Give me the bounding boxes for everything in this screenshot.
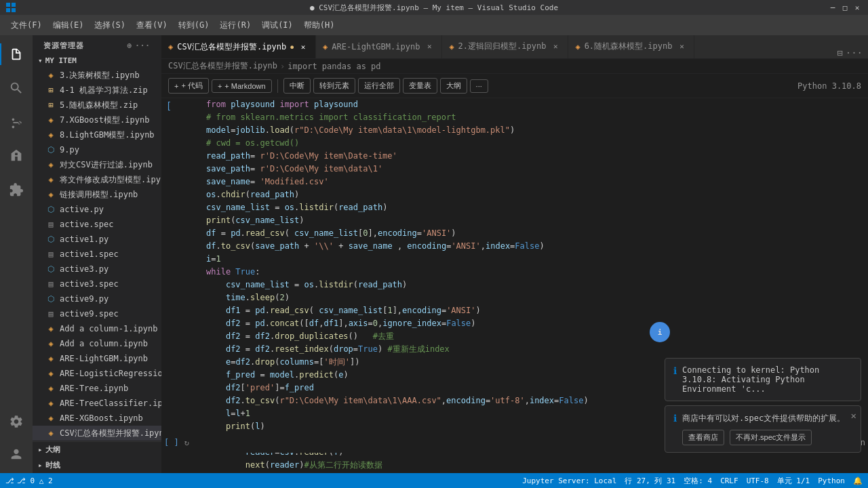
- line-content: from playsound import playsound: [206, 98, 868, 111]
- sidebar-item-13[interactable]: ⬡ active3.py: [33, 262, 161, 277]
- sidebar-item-16[interactable]: ▤ active9.spec: [33, 306, 161, 321]
- notebook-icon: ◈: [46, 399, 56, 408]
- title-bar-controls[interactable]: ─ □ ✕: [827, 2, 863, 13]
- sidebar-item-15[interactable]: ⬡ active9.py: [33, 291, 161, 306]
- sidebar-item-10[interactable]: ▤ active.spec: [33, 217, 161, 232]
- sidebar-item-21[interactable]: ◈ ARE-Tree.ipynb: [33, 381, 161, 396]
- line-number: [179, 163, 206, 176]
- tab-close-button3[interactable]: ✕: [550, 41, 561, 52]
- section-timeline[interactable]: ▸ 时线: [33, 458, 161, 473]
- status-git[interactable]: ⎇ ⎇ 0 △ 2: [5, 476, 53, 485]
- sidebar-item-14[interactable]: ▤ active3.spec: [33, 277, 161, 291]
- sidebar-file-list: ◈ 3.决策树模型.ipynb ⊞ 4-1 机器学习算法.zip ⊞ 5.随机森…: [33, 68, 161, 441]
- extensions-icon: [9, 182, 24, 197]
- git-branch-icon: ⎇: [5, 476, 14, 485]
- menu-debug[interactable]: 调试(I): [256, 17, 298, 34]
- sidebar-item-17[interactable]: ◈ Add a column-1.ipynb: [33, 321, 161, 336]
- code-line-14: while True:: [176, 266, 868, 279]
- tab-logistic[interactable]: ◈ 2.逻辑回归模型.ipynb ✕: [442, 35, 568, 58]
- status-lineending[interactable]: UTF-8: [747, 476, 769, 485]
- sidebar-item-1[interactable]: ⊞ 4-1 机器学习算法.zip: [33, 83, 161, 98]
- sidebar-item-24[interactable]: ◈ CSV汇总各模型并报警.ipynb: [33, 426, 161, 441]
- line-content: df1 = pd.read_csv( csv_name_list[1],enco…: [206, 304, 868, 317]
- run-button[interactable]: 运行全部: [358, 78, 400, 94]
- sidebar-item-0[interactable]: ◈ 3.决策树模型.ipynb: [33, 68, 161, 83]
- menu-help[interactable]: 帮助(H): [298, 17, 340, 34]
- sidebar-item-2[interactable]: ⊞ 5.随机森林模型.zip: [33, 98, 161, 113]
- more-actions-icon[interactable]: ···: [846, 47, 863, 58]
- notif-text-0: Connecting to kernel: Python 3.10.8: Act…: [682, 365, 819, 394]
- sidebar-item-12[interactable]: ▤ active1.spec: [33, 247, 161, 262]
- view-store-button[interactable]: 查看商店: [682, 430, 724, 445]
- dont-show-button[interactable]: 不再对.spec文件显示: [730, 430, 812, 445]
- section-outline[interactable]: ▸ 大纲: [33, 442, 161, 458]
- status-selection[interactable]: 单元 1/1: [777, 476, 810, 486]
- more-icon[interactable]: ···: [135, 41, 151, 50]
- sidebar-item-23[interactable]: ◈ ARE-XGBoost.ipynb: [33, 411, 161, 426]
- sidebar-item-4[interactable]: ◈ 8.LightGBM模型.ipynb: [33, 127, 161, 142]
- activity-extensions[interactable]: [0, 174, 33, 206]
- menu-edit[interactable]: 编辑(E): [47, 17, 90, 34]
- line-content: save_name= 'Modified.csv': [206, 176, 868, 188]
- tab-close-button[interactable]: ✕: [298, 41, 309, 52]
- status-indent[interactable]: 空格: 4: [684, 476, 712, 486]
- menu-goto[interactable]: 转到(G): [173, 17, 215, 34]
- convert-button[interactable]: 转到元素: [313, 78, 355, 94]
- maximize-button[interactable]: □: [840, 2, 850, 13]
- activity-run[interactable]: [0, 140, 33, 172]
- status-encoding[interactable]: CRLF: [720, 476, 738, 485]
- sidebar-item-9[interactable]: ⬡ active.py: [33, 202, 161, 217]
- tab-lightgbm[interactable]: ◈ ARE-LightGBM.ipynb ✕: [316, 35, 442, 58]
- menu-view[interactable]: 查看(V): [131, 17, 173, 34]
- section-my-item[interactable]: ▾ MY ITEM: [33, 54, 161, 68]
- activity-source-control[interactable]: [0, 106, 33, 138]
- sidebar-item-18[interactable]: ◈ Add a column.ipynb: [33, 336, 161, 351]
- minimize-button[interactable]: ─: [827, 2, 838, 13]
- split-editor-icon[interactable]: ⊟: [837, 47, 842, 58]
- add-code-button[interactable]: + + 代码: [168, 78, 209, 94]
- activity-settings[interactable]: [0, 405, 33, 438]
- breadcrumb-item[interactable]: import pandas as pd: [288, 62, 380, 71]
- sidebar-item-3[interactable]: ◈ 7.XGBoost模型.ipynb: [33, 113, 161, 127]
- status-jupyter[interactable]: Jupyter Server: Local: [522, 476, 616, 485]
- sidebar-item-7[interactable]: ◈ 将文件修改成功型模型.ipynb: [33, 172, 161, 187]
- add-markdown-button[interactable]: + + Markdown: [212, 79, 272, 93]
- sidebar-item-5[interactable]: ⬡ 9.py: [33, 142, 161, 157]
- activity-search[interactable]: [0, 72, 33, 104]
- variables-button[interactable]: 变量表: [403, 78, 437, 94]
- tab-forest[interactable]: ◈ 6.随机森林模型.ipynb ✕: [568, 35, 694, 58]
- menu-file[interactable]: 文件(F): [5, 17, 47, 34]
- menu-select[interactable]: 选择(S): [89, 17, 131, 34]
- tab-close-button4[interactable]: ✕: [676, 41, 687, 52]
- interrupt-button[interactable]: 中断: [283, 78, 311, 94]
- status-cursor[interactable]: 行 27, 列 31: [625, 476, 675, 486]
- kernel-status[interactable]: Python 3.10.8: [797, 81, 861, 91]
- notif-close-button[interactable]: ✕: [851, 410, 856, 421]
- cell-refresh-icon[interactable]: ↻: [184, 438, 189, 447]
- line-content: os.chdir(read_path): [206, 188, 868, 201]
- breadcrumb-file[interactable]: CSV汇总各模型并报警.ipynb: [168, 60, 277, 72]
- py-icon: ⬡: [46, 235, 56, 244]
- spec-icon: ▤: [46, 249, 56, 259]
- sidebar-item-11[interactable]: ⬡ active1.py: [33, 232, 161, 247]
- activity-account[interactable]: [0, 438, 33, 470]
- sidebar-item-20[interactable]: ◈ ARE-LogisticRegression.ipynb: [33, 366, 161, 381]
- menu-run[interactable]: 运行(R): [214, 17, 256, 34]
- status-python[interactable]: Python: [818, 476, 845, 485]
- status-python-label: Python: [818, 476, 845, 485]
- sidebar-item-22[interactable]: ◈ ARE-TreeClassifier.ipynb: [33, 396, 161, 411]
- activity-explorer[interactable]: [0, 38, 33, 70]
- more-button[interactable]: ···: [470, 79, 488, 93]
- tab-close-button2[interactable]: ✕: [424, 41, 435, 52]
- outline-button[interactable]: 大纲: [440, 78, 467, 94]
- line-number: [179, 459, 206, 472]
- tab-bar-right: ⊟ ···: [831, 47, 868, 58]
- sidebar-item-19[interactable]: ◈ ARE-LightGBM.ipynb: [33, 351, 161, 366]
- line-number: [179, 137, 206, 150]
- sidebar-item-8[interactable]: ◈ 链接调用模型.ipynb: [33, 187, 161, 202]
- new-file-icon[interactable]: ⊕: [127, 41, 133, 50]
- tab-csv[interactable]: ◈ CSV汇总各模型并报警.ipynb ● ✕: [161, 35, 316, 58]
- status-bell[interactable]: 🔔: [853, 476, 863, 485]
- sidebar-item-6[interactable]: ◈ 对文CSV进行过滤.ipynb: [33, 157, 161, 172]
- close-button[interactable]: ✕: [852, 2, 863, 13]
